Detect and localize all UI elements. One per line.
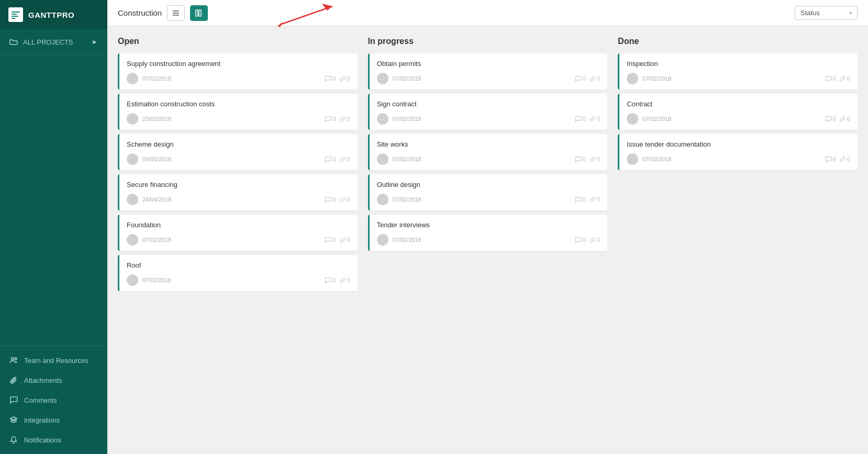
list-view-button[interactable] [167,5,185,21]
task-card[interactable]: Secure financing24/04/2018 0 0 [118,174,358,211]
link-icon [339,196,346,203]
task-date: 24/04/2018 [142,196,320,203]
comment-icon [825,156,832,163]
task-icons: 0 0 [325,75,350,82]
link-number: 0 [347,237,350,243]
svg-rect-9 [196,10,198,16]
sidebar-item-attachments[interactable]: Attachments [0,370,107,390]
sidebar-logo-text: GANTTPRO [28,10,74,19]
svg-rect-3 [12,18,15,19]
link-icon [589,237,596,243]
column-in-progress: In progressObtain permits07/02/2018 0 0 … [368,37,618,444]
task-date: 07/02/2018 [642,116,820,122]
layers-icon [9,416,18,424]
task-card[interactable]: Tender interviews07/02/2018 0 0 [368,215,608,251]
task-icons: 0 0 [575,196,600,203]
link-count: 0 [339,116,350,123]
task-icons: 0 0 [575,156,600,163]
task-title: Secure financing [127,181,350,189]
ganttpro-logo-icon [8,7,23,22]
sidebar-item-integrations[interactable]: Integrations [0,410,107,430]
link-count: 0 [589,116,600,123]
link-number: 0 [847,156,850,162]
link-icon [339,75,346,82]
sidebar-spacer [0,55,107,346]
task-card[interactable]: Site works07/02/2018 0 0 [368,134,608,170]
avatar [377,234,388,246]
task-date: 09/05/2018 [142,156,320,162]
comment-icon [575,75,582,82]
avatar [127,194,138,205]
task-date: 07/02/2018 [142,277,320,283]
task-title: Inspection [627,60,850,68]
link-number: 0 [347,277,350,283]
task-date: 07/02/2018 [393,156,571,162]
task-card[interactable]: Sign contract07/02/2018 0 0 [368,94,608,130]
link-count: 0 [589,237,600,243]
avatar [127,153,138,165]
avatar [627,113,638,125]
column-header-done: Done [618,37,858,46]
task-card[interactable]: Foundation07/02/2018 0 0 [118,215,358,251]
task-card[interactable]: Contract07/02/2018 0 0 [618,94,858,130]
task-date: 07/02/2018 [642,156,820,162]
comment-count: 0 [325,277,336,284]
link-number: 0 [347,116,350,122]
task-title: Contract [627,100,850,108]
comment-number: 0 [332,277,336,283]
task-card[interactable]: Issue tender documentation07/02/2018 0 0 [618,134,858,170]
sidebar-all-projects[interactable]: ALL PROJECTS ► [0,29,107,55]
task-card[interactable]: Estimation construction costs23/02/2018 … [118,94,358,130]
link-icon [839,116,846,123]
column-header-open: Open [118,37,358,46]
comment-number: 0 [332,196,336,203]
task-title: Issue tender documentation [627,140,850,148]
comment-icon [325,277,331,284]
comment-count: 0 [325,116,336,123]
link-icon [339,277,346,284]
link-count: 0 [339,277,350,284]
status-dropdown[interactable]: Status ▾ [795,6,858,20]
people-icon [9,356,18,364]
sidebar-item-team[interactable]: Team and Resources [0,350,107,370]
link-number: 0 [347,156,350,162]
list-view-icon [172,9,180,17]
task-card[interactable]: Roof07/02/2018 0 0 [118,255,358,291]
comment-count: 0 [325,75,336,82]
link-icon [589,75,596,82]
sidebar-bottom: Team and Resources Attachments Comments … [0,346,107,454]
task-date: 07/02/2018 [393,75,571,82]
task-title: Sign contract [377,100,600,108]
link-icon [589,156,596,163]
task-card[interactable]: Outline design07/02/2018 0 0 [368,174,608,211]
comment-number: 0 [332,156,336,162]
comment-icon [325,196,331,203]
comment-number: 0 [583,75,586,82]
folder-icon [9,38,18,46]
task-card[interactable]: Obtain permits07/02/2018 0 0 [368,53,608,90]
link-icon [589,116,596,123]
board-view-button[interactable] [190,5,208,21]
sidebar-item-comments[interactable]: Comments [0,390,107,410]
task-card[interactable]: Scheme design09/05/2018 0 0 [118,134,358,170]
comment-count: 0 [575,75,586,82]
task-date: 07/02/2018 [642,75,820,82]
comment-number: 0 [332,116,336,122]
task-card[interactable]: Inspection07/02/2018 0 0 [618,53,858,90]
link-count: 0 [839,156,850,163]
board-view-icon [195,9,203,17]
notifications-label: Notifications [24,436,61,444]
sidebar-item-notifications[interactable]: Notifications [0,430,107,450]
task-icons: 0 0 [575,75,600,82]
comment-icon [825,75,832,82]
task-icons: 0 0 [325,116,350,123]
task-date: 07/02/2018 [393,116,571,122]
task-icons: 0 0 [325,196,350,203]
svg-rect-1 [12,14,17,15]
comment-icon [325,75,331,82]
column-done: DoneInspection07/02/2018 0 0 Contract07/… [618,37,858,444]
column-header-in-progress: In progress [368,37,608,46]
task-card[interactable]: Supply construction agreement07/02/2018 … [118,53,358,90]
avatar [127,234,138,246]
paperclip-icon [9,376,18,384]
